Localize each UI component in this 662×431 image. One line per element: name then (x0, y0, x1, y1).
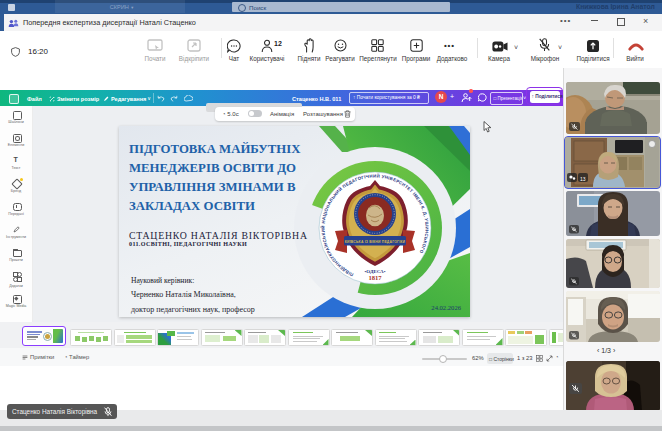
svg-text:МЕНЕДЖЕРІВ ОСВІТИ ДО: МЕНЕДЖЕРІВ ОСВІТИ ДО (129, 161, 296, 175)
svg-text:СТАЦЕНКО НАТАЛІЯ ВІКТОРІВНА: СТАЦЕНКО НАТАЛІЯ ВІКТОРІВНА (129, 230, 308, 241)
svg-text:1817: 1817 (368, 274, 382, 281)
svg-text:ПІДГОТОВКА МАЙБУТНІХ: ПІДГОТОВКА МАЙБУТНІХ (129, 142, 301, 156)
svg-text:•ОДЕСА•: •ОДЕСА• (365, 269, 386, 274)
svg-text:13: 13 (580, 176, 586, 182)
svg-text:доктор педагогічних наук, проф: доктор педагогічних наук, професор (131, 305, 255, 314)
svg-text:24.02.2026: 24.02.2026 (431, 304, 461, 311)
svg-text:011.ОСВІТНІ, ПЕДАГОГІЧНІ НАУКИ: 011.ОСВІТНІ, ПЕДАГОГІЧНІ НАУКИ (129, 241, 247, 247)
svg-text:КИЇВСЬКА ІЗ ВІКНИ ПЕДАГОГІКИ: КИЇВСЬКА ІЗ ВІКНИ ПЕДАГОГІКИ (345, 240, 406, 244)
svg-text:УПРАВЛІННЯ ЗМІНАМИ В: УПРАВЛІННЯ ЗМІНАМИ В (129, 180, 296, 194)
svg-text:Науковий керівник:: Науковий керівник: (131, 276, 194, 285)
svg-text:Черненко Наталія Миколаївна,: Черненко Наталія Миколаївна, (131, 290, 236, 299)
svg-text:ЗАКЛАДАХ ОСВІТИ: ЗАКЛАДАХ ОСВІТИ (129, 199, 255, 213)
